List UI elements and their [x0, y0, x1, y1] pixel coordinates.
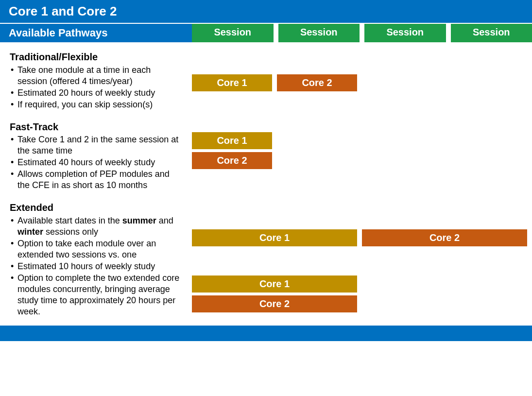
page-title: Core 1 and Core 2 — [9, 4, 117, 18]
extended-seq-core1-block: Core 1 — [192, 229, 357, 246]
extended-conc-core1-block: Core 1 — [192, 275, 357, 293]
bold-text: winter — [17, 227, 43, 237]
session-grid-area: Core 1 Core 2 Core 1 Core 2 Core 1 Core … — [192, 48, 532, 318]
pathway-traditional-bullet: Estimated 20 hours of weekly study — [11, 87, 182, 99]
text: sessions only — [43, 227, 98, 237]
grid-empty — [362, 295, 527, 312]
text: Available start dates in the — [17, 216, 122, 225]
pathways-header: Available Pathways — [0, 24, 192, 42]
pathway-fasttrack-title: Fast-Track — [10, 121, 182, 134]
content: Traditional/Flexible Take one module at … — [0, 42, 532, 324]
pathway-extended-bullet: Available start dates in the summer and … — [11, 215, 182, 238]
pathways-descriptions: Traditional/Flexible Take one module at … — [0, 48, 192, 318]
extended-conc-core2-block: Core 2 — [192, 295, 357, 312]
traditional-core1-block: Core 1 — [192, 74, 272, 91]
grid-empty — [277, 132, 527, 149]
traditional-core2-block: Core 2 — [277, 74, 357, 91]
pathway-fasttrack-bullet: Take Core 1 and 2 in the same session at… — [11, 134, 182, 156]
grid-spacer — [192, 94, 527, 129]
sessions-header: Session Session Session Session — [192, 24, 532, 42]
pathway-fasttrack-bullet: Allows completion of PEP modules and the… — [11, 169, 182, 191]
grid-empty — [362, 275, 527, 293]
grid-spacer — [192, 48, 527, 71]
pathway-traditional: Traditional/Flexible Take one module at … — [10, 51, 182, 110]
pathway-fasttrack-bullet: Estimated 40 hours of weekly study — [11, 157, 182, 168]
fasttrack-core2-block: Core 2 — [192, 152, 272, 169]
pathway-extended-bullet: Estimated 10 hours of weekly study — [11, 261, 182, 272]
grid-empty — [277, 152, 527, 169]
pathway-traditional-title: Traditional/Flexible — [10, 51, 182, 64]
pathway-fasttrack: Fast-Track Take Core 1 and 2 in the same… — [10, 121, 182, 191]
grid-empty — [362, 74, 527, 91]
text: and — [156, 216, 173, 225]
pathway-extended: Extended Available start dates in the su… — [10, 202, 182, 317]
session-col-4: Session — [451, 24, 532, 42]
grid-spacer — [192, 249, 527, 273]
session-col-2: Session — [278, 24, 360, 42]
pathway-extended-bullet: Option to complete the two extended core… — [11, 273, 182, 317]
pathway-extended-bullet: Option to take each module over an exten… — [11, 238, 182, 260]
session-col-1: Session — [192, 24, 274, 42]
pathway-traditional-bullet: If required, you can skip session(s) — [11, 99, 182, 110]
title-bar: Core 1 and Core 2 — [0, 0, 532, 23]
extended-seq-core2-block: Core 2 — [362, 229, 527, 246]
pathway-extended-title: Extended — [10, 202, 182, 214]
footer-bar — [0, 326, 532, 341]
header-row: Available Pathways Session Session Sessi… — [0, 24, 532, 42]
pathway-traditional-bullet: Take one module at a time in each sessio… — [11, 65, 182, 87]
bold-text: summer — [122, 216, 156, 225]
grid-spacer — [192, 172, 527, 226]
session-col-3: Session — [364, 24, 446, 42]
fasttrack-core1-block: Core 1 — [192, 132, 272, 149]
session-grid: Core 1 Core 2 Core 1 Core 2 Core 1 Core … — [192, 48, 527, 312]
